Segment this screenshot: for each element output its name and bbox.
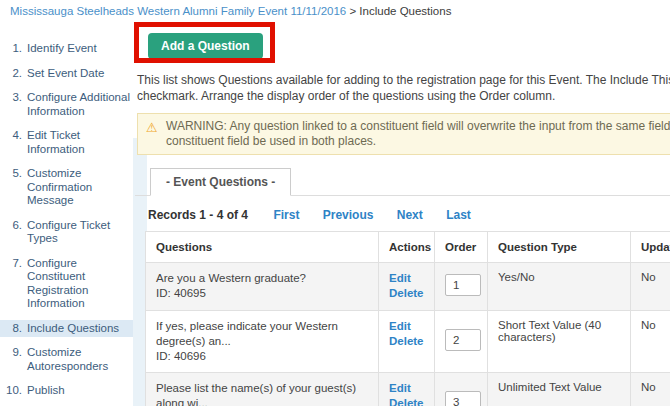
question-type: Yes/No [488,263,631,311]
sidebar-step-item[interactable]: 6. Configure Ticket Types [0,217,135,248]
add-question-button[interactable]: Add a Question [148,33,263,59]
order-input[interactable] [445,391,481,406]
sidebar-step-item[interactable]: 9. Customize Autoresponders [0,344,135,375]
sidebar-step-item[interactable]: 8. Include Questions [0,320,135,338]
header-update: Update [631,232,670,263]
pagination-next-link[interactable]: Next [397,208,423,222]
warning-line-2: constituent field be used in both places… [166,134,670,149]
table-row: Please list the name(s) of your guest(s)… [146,373,670,406]
warning-triangle-icon: ⚠ [146,120,158,135]
header-questions: Questions [146,232,379,263]
sidebar-step-item[interactable]: 7. Configure Constituent Registration In… [0,255,135,313]
tab-bar: - Event Questions - [135,168,670,196]
sidebar-step-item[interactable]: 2. Set Event Date [0,65,135,83]
pagination-first-link[interactable]: First [273,208,299,222]
step-label: Identify Event [27,42,97,56]
step-number: 10. [6,384,22,398]
step-number: 7. [6,257,22,311]
step-number: 6. [6,219,22,246]
sidebar-step-item[interactable]: 1. Identify Event [0,40,135,58]
question-type: Short Text Value (40 characters) [488,311,631,373]
header-question-type: Question Type [488,232,631,263]
question-id: ID: 40696 [156,349,368,364]
edit-link[interactable]: Edit [389,271,424,286]
table-row: If yes, please indicate your Western deg… [146,311,670,373]
step-label: Configure Additional Information [27,91,131,118]
sidebar-step-item[interactable]: 10. Publish [0,382,135,400]
update-value: No [631,263,670,311]
warning-line-1: WARNING: Any question linked to a consti… [166,119,670,134]
question-text: Please list the name(s) of your guest(s)… [156,381,368,406]
step-number: 8. [6,322,22,336]
tab-event-questions[interactable]: - Event Questions - [150,168,291,196]
header-actions: Actions [379,232,435,263]
table-header-row: Questions Actions Order Question Type Up… [146,232,670,263]
pagination-top: Records 1 - 4 of 4 First Previous Next L… [148,208,670,222]
question-text: Are you a Western graduate? [156,271,368,286]
order-input[interactable] [445,274,481,296]
step-number: 9. [6,346,22,373]
step-label: Include Questions [27,322,119,336]
question-text: If yes, please indicate your Western deg… [156,319,368,349]
order-input[interactable] [445,329,481,351]
table-row: Are you a Western graduate? ID: 40695 Ed… [146,263,670,311]
delete-link[interactable]: Delete [389,396,424,406]
update-value: No [631,311,670,373]
main-content: Add a Question This list shows Questions… [135,0,670,406]
pagination-last-link[interactable]: Last [446,208,471,222]
step-label: Edit Ticket Information [27,129,131,156]
step-label: Customize Confirmation Message [27,167,131,208]
step-label: Publish [27,384,65,398]
delete-link[interactable]: Delete [389,334,424,349]
intro-line-2: checkmark. Arrange the display order of … [137,88,670,104]
edit-link[interactable]: Edit [389,319,424,334]
step-label: Configure Ticket Types [27,219,131,246]
question-type: Unlimited Text Value [488,373,631,406]
step-number: 5. [6,167,22,208]
pagination-previous-link[interactable]: Previous [323,208,374,222]
update-value: No [631,373,670,406]
event-questions-table: Questions Actions Order Question Type Up… [145,231,670,406]
step-number: 4. [6,129,22,156]
delete-link[interactable]: Delete [389,286,424,301]
intro-line-1: This list shows Questions available for … [137,72,670,88]
records-count: Records 1 - 4 of 4 [148,208,248,222]
step-number: 2. [6,67,22,81]
intro-text: This list shows Questions available for … [137,72,670,104]
edit-link[interactable]: Edit [389,381,424,396]
question-id: ID: 40695 [156,286,368,301]
header-order: Order [435,232,488,263]
sidebar-step-item[interactable]: 4. Edit Ticket Information [0,127,135,158]
sidebar-step-item[interactable]: 5. Customize Confirmation Message [0,165,135,210]
step-label: Customize Autoresponders [27,346,131,373]
step-label: Set Event Date [27,67,104,81]
warning-banner: ⚠ WARNING: Any question linked to a cons… [137,113,670,155]
step-number: 1. [6,42,22,56]
step-number: 3. [6,91,22,118]
step-label: Configure Constituent Registration Infor… [27,257,131,311]
steps-sidebar: 1. Identify Event 2. Set Event Date 3. C… [0,40,135,406]
sidebar-step-item[interactable]: 3. Configure Additional Information [0,89,135,120]
